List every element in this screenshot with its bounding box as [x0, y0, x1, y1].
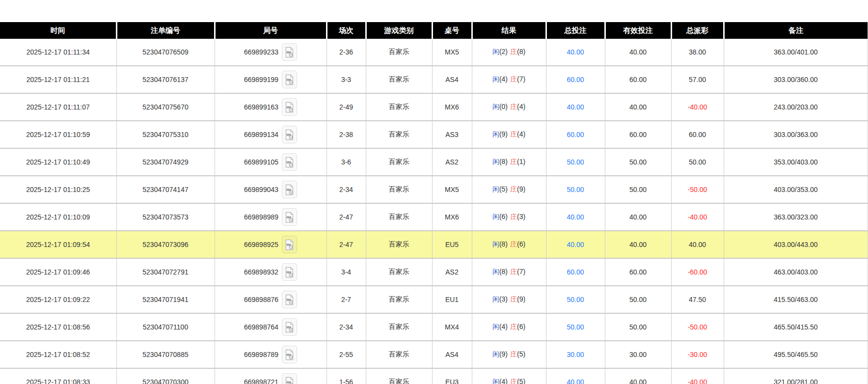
cell-table-id: AS2: [432, 148, 472, 176]
table-row[interactable]: 2025-12-17 01:10:49523047074929669899105…: [0, 148, 868, 176]
video-replay-button[interactable]: [282, 291, 297, 308]
result-player-label: 闲: [492, 240, 499, 248]
cell-bet-id: 523047071100: [116, 313, 215, 341]
cell-total-payout: -40.00: [671, 93, 724, 121]
cell-session: 2-47: [326, 203, 366, 231]
cell-game-type: 百家乐: [366, 203, 432, 231]
video-replay-button[interactable]: [282, 263, 297, 281]
result-player-score: (6): [499, 213, 508, 220]
result-banker-score: (4): [517, 130, 525, 138]
cell-remark: 363.00/323.00: [724, 203, 868, 231]
result-player-label: 闲: [492, 158, 499, 165]
cell-total-payout: -50.00: [671, 176, 724, 203]
table-row[interactable]: 2025-12-17 01:10:25523047074147669899043…: [0, 176, 868, 203]
result-player-label: 闲: [492, 185, 499, 193]
round-id-group: 669898932: [216, 263, 326, 281]
round-id-group: 669899233: [216, 43, 326, 61]
result-player-label: 闲: [492, 268, 499, 275]
table-row[interactable]: 2025-12-17 01:08:52523047070885669898789…: [0, 341, 868, 368]
column-header-total_bet: 总投注: [546, 22, 605, 39]
total-bet-link[interactable]: 30.00: [567, 351, 584, 358]
total-bet-link[interactable]: 40.00: [567, 48, 584, 56]
table-row[interactable]: 2025-12-17 01:08:33523047070300669898721…: [0, 368, 868, 384]
video-replay-button[interactable]: [282, 181, 297, 198]
cell-result: 闲(0)庄(4): [472, 93, 546, 121]
total-bet-link[interactable]: 60.00: [567, 268, 584, 276]
cell-table-id: AS4: [432, 341, 472, 368]
video-replay-button[interactable]: [282, 346, 297, 363]
video-replay-button[interactable]: [282, 126, 297, 143]
video-file-icon: [285, 294, 294, 305]
result-banker-label: 庄: [510, 323, 517, 330]
table-row[interactable]: 2025-12-17 01:09:22523047071941669898876…: [0, 286, 868, 313]
cell-table-id: MX6: [432, 203, 472, 231]
cell-game-type: 百家乐: [366, 39, 432, 66]
video-replay-button[interactable]: [282, 318, 297, 336]
cell-bet-id: 523047072791: [116, 258, 215, 286]
result-player-score: (9): [499, 130, 508, 138]
cell-remark: 303.00/360.00: [724, 66, 868, 93]
cell-table-id: EU5: [432, 231, 472, 258]
table-row[interactable]: 2025-12-17 01:11:21523047076137669899199…: [0, 66, 868, 93]
table-row[interactable]: 2025-12-17 01:10:59523047075310669899134…: [0, 121, 868, 148]
table-row[interactable]: 2025-12-17 01:09:54523047073096669898925…: [0, 231, 868, 258]
round-id-text: 669898789: [244, 351, 278, 358]
cell-result: 闲(4)庄(7): [472, 66, 546, 93]
total-bet-link[interactable]: 40.00: [567, 103, 584, 111]
result-banker-score: (6): [517, 240, 525, 248]
cell-time: 2025-12-17 01:08:33: [0, 368, 116, 384]
video-replay-button[interactable]: [282, 236, 297, 253]
cell-remark: 463.00/403.00: [724, 258, 868, 286]
result-player-score: (0): [499, 103, 508, 110]
cell-total-payout: -60.00: [671, 258, 724, 286]
result-player-label: 闲: [492, 75, 499, 83]
video-replay-button[interactable]: [282, 153, 297, 171]
result-banker-label: 庄: [510, 378, 517, 384]
result-player-score: (4): [499, 323, 508, 330]
video-replay-button[interactable]: [282, 98, 297, 116]
result-banker-label: 庄: [510, 240, 517, 248]
table-row[interactable]: 2025-12-17 01:09:46523047072791669898932…: [0, 258, 868, 286]
table-row[interactable]: 2025-12-17 01:11:07523047075670669899163…: [0, 93, 868, 121]
result-banker-score: (4): [517, 103, 525, 110]
cell-round-id: 669898764: [215, 313, 326, 341]
total-bet-link[interactable]: 50.00: [567, 323, 584, 331]
cell-round-id: 669899163: [215, 93, 326, 121]
total-bet-link[interactable]: 50.00: [567, 158, 584, 166]
cell-valid-bet: 60.00: [605, 121, 671, 148]
cell-bet-id: 523047075310: [116, 121, 215, 148]
cell-bet-id: 523047075670: [116, 93, 215, 121]
round-id-group: 669898721: [216, 373, 326, 384]
table-row[interactable]: 2025-12-17 01:11:34523047076509669899233…: [0, 39, 868, 66]
video-replay-button[interactable]: [282, 71, 297, 88]
cell-valid-bet: 50.00: [605, 176, 671, 203]
cell-time: 2025-12-17 01:11:21: [0, 66, 116, 93]
cell-total-bet: 60.00: [546, 121, 605, 148]
round-id-text: 669898764: [244, 323, 278, 331]
video-replay-button[interactable]: [282, 373, 297, 384]
table-row[interactable]: 2025-12-17 01:10:09523047073573669898989…: [0, 203, 868, 231]
cell-total-bet: 40.00: [546, 39, 605, 66]
result-banker-score: (9): [517, 185, 525, 193]
cell-round-id: 669898789: [215, 341, 326, 368]
cell-remark: 403.00/443.00: [724, 231, 868, 258]
cell-total-bet: 40.00: [546, 368, 605, 384]
total-bet-link[interactable]: 40.00: [567, 378, 584, 384]
video-replay-button[interactable]: [282, 208, 297, 226]
video-file-icon: [285, 349, 294, 360]
total-bet-link[interactable]: 60.00: [567, 131, 584, 138]
total-bet-link[interactable]: 50.00: [567, 186, 584, 193]
total-bet-link[interactable]: 60.00: [567, 76, 584, 83]
result-banker-label: 庄: [510, 75, 517, 83]
cell-remark: 303.00/363.00: [724, 121, 868, 148]
total-bet-link[interactable]: 50.00: [567, 296, 584, 303]
result-banker-label: 庄: [510, 158, 517, 165]
total-bet-link[interactable]: 40.00: [567, 213, 584, 221]
total-bet-link[interactable]: 40.00: [567, 241, 584, 248]
round-id-text: 669899199: [244, 76, 278, 83]
result-banker-label: 庄: [510, 350, 517, 358]
table-row[interactable]: 2025-12-17 01:08:56523047071100669898764…: [0, 313, 868, 341]
video-file-icon: [285, 322, 294, 333]
video-replay-button[interactable]: [282, 43, 297, 61]
video-file-icon: [285, 212, 294, 223]
